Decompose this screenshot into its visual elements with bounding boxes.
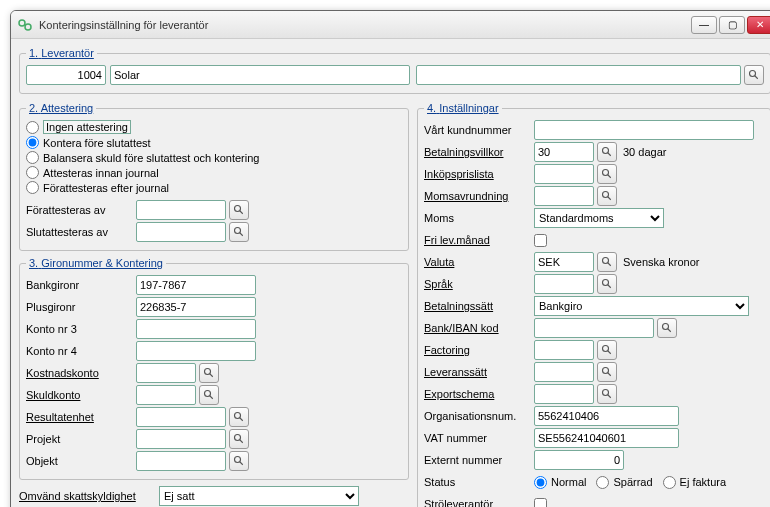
resultatenhet-input[interactable]: [136, 407, 226, 427]
bankiban-lookup-button[interactable]: [657, 318, 677, 338]
frilev-checkbox[interactable]: [534, 234, 547, 247]
forattesteras-label: Förattesteras av: [26, 204, 136, 216]
leverantor-name-input[interactable]: [110, 65, 410, 85]
export-input[interactable]: [534, 384, 594, 404]
svg-point-18: [603, 148, 609, 154]
svg-line-17: [240, 462, 243, 465]
radio-innan-journal-input[interactable]: [26, 166, 39, 179]
slutattesteras-lookup-button[interactable]: [229, 222, 249, 242]
betvillkor-lookup-button[interactable]: [597, 142, 617, 162]
svg-point-34: [603, 390, 609, 396]
projekt-input[interactable]: [136, 429, 226, 449]
radio-status-sparrad[interactable]: Spärrad: [596, 476, 652, 489]
skuldkonto-input[interactable]: [136, 385, 196, 405]
bankgiro-input[interactable]: [136, 275, 256, 295]
projekt-lookup-button[interactable]: [229, 429, 249, 449]
vat-label: VAT nummer: [424, 432, 534, 444]
radio-balansera[interactable]: Balansera skuld före slutattest och kont…: [26, 151, 402, 164]
valuta-label: Valuta: [424, 256, 534, 268]
window-maximize-button[interactable]: ▢: [719, 16, 745, 34]
radio-kontera-fore-input[interactable]: [26, 136, 39, 149]
leverantor-extra-input[interactable]: [416, 65, 741, 85]
konto3-input[interactable]: [136, 319, 256, 339]
levsatt-lookup-button[interactable]: [597, 362, 617, 382]
radio-balansera-input[interactable]: [26, 151, 39, 164]
dialog-window: Konteringsinställning för leverantör — ▢…: [10, 10, 770, 507]
factoring-lookup-button[interactable]: [597, 340, 617, 360]
factoring-label: Factoring: [424, 344, 534, 356]
kundnr-input[interactable]: [534, 120, 754, 140]
radio-status-normal[interactable]: Normal: [534, 476, 586, 489]
prislista-label: Inköpsprislista: [424, 168, 534, 180]
extnum-label: Externt nummer: [424, 454, 534, 466]
group-attestering: 2. Attestering Ingen attestering Kontera…: [19, 102, 409, 251]
kundnr-label: Vårt kundnummer: [424, 124, 534, 136]
orgnum-input[interactable]: [534, 406, 679, 426]
group-installningar: 4. Inställningar Vårt kundnummer Betalni…: [417, 102, 770, 507]
strolev-checkbox[interactable]: [534, 498, 547, 508]
momsavr-lookup-button[interactable]: [597, 186, 617, 206]
objekt-lookup-button[interactable]: [229, 451, 249, 471]
svg-point-0: [19, 20, 25, 26]
radio-innan-journal[interactable]: Attesteras innan journal: [26, 166, 402, 179]
svg-line-25: [608, 263, 611, 266]
svg-line-19: [608, 153, 611, 156]
radio-ingen-attestering[interactable]: Ingen attestering: [26, 120, 402, 134]
export-label: Exportschema: [424, 388, 534, 400]
radio-ingen-attestering-input[interactable]: [26, 121, 39, 134]
radio-kontera-fore[interactable]: Kontera före slutattest: [26, 136, 402, 149]
window-minimize-button[interactable]: —: [691, 16, 717, 34]
kostnadskonto-lookup-button[interactable]: [199, 363, 219, 383]
svg-line-33: [608, 373, 611, 376]
slutattesteras-input[interactable]: [136, 222, 226, 242]
prislista-input[interactable]: [534, 164, 594, 184]
omvand-select[interactable]: Ej satt: [159, 486, 359, 506]
kostnadskonto-input[interactable]: [136, 363, 196, 383]
window-close-button[interactable]: ✕: [747, 16, 770, 34]
radio-efter-journal[interactable]: Förattesteras efter journal: [26, 181, 402, 194]
valuta-input[interactable]: [534, 252, 594, 272]
svg-line-27: [608, 285, 611, 288]
vat-input[interactable]: [534, 428, 679, 448]
betvillkor-input[interactable]: [534, 142, 594, 162]
group-gironummer-legend: 3. Gironummer & Kontering: [26, 257, 166, 269]
valuta-lookup-button[interactable]: [597, 252, 617, 272]
bankiban-input[interactable]: [534, 318, 654, 338]
svg-point-14: [235, 435, 241, 441]
konto3-label: Konto nr 3: [26, 323, 136, 335]
svg-point-1: [25, 24, 31, 30]
konto4-input[interactable]: [136, 341, 256, 361]
kostnadskonto-label: Kostnadskonto: [26, 367, 136, 379]
frilev-label: Fri lev.månad: [424, 234, 534, 246]
levsatt-input[interactable]: [534, 362, 594, 382]
prislista-lookup-button[interactable]: [597, 164, 617, 184]
sprak-lookup-button[interactable]: [597, 274, 617, 294]
radio-status-ejfaktura[interactable]: Ej faktura: [663, 476, 726, 489]
betsatt-select[interactable]: Bankgiro: [534, 296, 749, 316]
factoring-input[interactable]: [534, 340, 594, 360]
objekt-input[interactable]: [136, 451, 226, 471]
projekt-label: Projekt: [26, 433, 136, 445]
leverantor-id-input[interactable]: [26, 65, 106, 85]
svg-point-2: [750, 71, 756, 77]
forattesteras-input[interactable]: [136, 200, 226, 220]
plusgiro-input[interactable]: [136, 297, 256, 317]
forattesteras-lookup-button[interactable]: [229, 200, 249, 220]
bankiban-label: Bank/IBAN kod: [424, 322, 534, 334]
sprak-input[interactable]: [534, 274, 594, 294]
moms-select[interactable]: Standardmoms: [534, 208, 664, 228]
orgnum-label: Organisationsnum.: [424, 410, 534, 422]
skuldkonto-lookup-button[interactable]: [199, 385, 219, 405]
extnum-input[interactable]: [534, 450, 624, 470]
svg-line-35: [608, 395, 611, 398]
resultatenhet-lookup-button[interactable]: [229, 407, 249, 427]
resultatenhet-label: Resultatenhet: [26, 411, 136, 423]
svg-point-30: [603, 346, 609, 352]
momsavr-input[interactable]: [534, 186, 594, 206]
radio-efter-journal-input[interactable]: [26, 181, 39, 194]
svg-line-29: [668, 329, 671, 332]
svg-line-15: [240, 440, 243, 443]
export-lookup-button[interactable]: [597, 384, 617, 404]
svg-line-3: [755, 76, 758, 79]
leverantor-lookup-button[interactable]: [744, 65, 764, 85]
